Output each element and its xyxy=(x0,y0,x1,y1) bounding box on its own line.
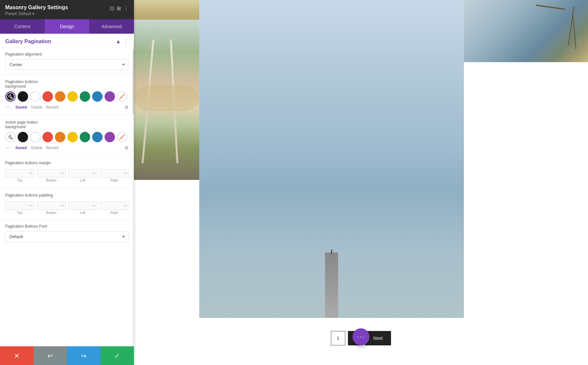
font-label: Pagination Buttons Font xyxy=(5,224,129,229)
pagination-alignment-select[interactable]: Left Center Right xyxy=(5,59,129,70)
fab-dots-icon: ··· xyxy=(357,333,365,341)
color-blue-2[interactable] xyxy=(92,132,103,142)
margin-right-cell: </> Right xyxy=(100,169,129,182)
color-none-1[interactable] xyxy=(117,91,127,102)
margin-label: Pagination buttons margin xyxy=(5,161,129,165)
panel-content: Gallery Pagination ▲ ⋮ Pagination alignm… xyxy=(0,34,134,346)
panel-preset[interactable]: Preset: Default ▾ xyxy=(5,11,68,16)
gallery-col-1 xyxy=(134,0,199,318)
color-tab-recent-1[interactable]: Recent xyxy=(45,104,60,110)
color-orange-2[interactable] xyxy=(55,132,65,142)
padding-bottom-cell: </> Bottom xyxy=(37,201,66,215)
cancel-icon: ✕ xyxy=(14,352,20,360)
color-green-2[interactable] xyxy=(80,132,90,142)
color-yellow-1[interactable] xyxy=(67,91,78,102)
color-tab-saved-1[interactable]: Saved xyxy=(14,104,28,110)
margin-top-code: </> xyxy=(28,172,33,175)
undo-icon: ↩ xyxy=(47,352,53,360)
pagination-alignment-label: Pagination alignment xyxy=(5,52,129,57)
panel-bottom-bar: ✕ ↩ ↪ ✓ xyxy=(0,346,134,365)
margin-group: Pagination buttons margin xyxy=(0,157,134,165)
tab-advanced[interactable]: Advanced xyxy=(89,19,134,34)
redo-icon: ↪ xyxy=(81,352,87,360)
panel-icon-grid[interactable]: ⊞ xyxy=(117,5,121,11)
padding-right-code: </> xyxy=(123,204,127,207)
buttons-bg-palette xyxy=(0,90,134,102)
color-green-1[interactable] xyxy=(80,91,90,102)
color-purple-1[interactable] xyxy=(105,91,115,102)
padding-left-code: </> xyxy=(91,204,96,207)
margin-bottom-label: Bottom xyxy=(46,179,57,182)
color-purple-2[interactable] xyxy=(105,132,115,142)
main-area: 1 2 Next ··· xyxy=(134,0,588,365)
padding-left-label: Left xyxy=(80,211,86,215)
padding-inputs: </> Top </> Bottom </> Left xyxy=(0,200,134,217)
section-title: Gallery Pagination xyxy=(5,39,51,44)
color-dots-2[interactable]: ··· xyxy=(5,144,10,151)
padding-left-cell: </> Left xyxy=(68,201,97,215)
buttons-bg-label: Pagination buttonsbackground xyxy=(0,76,134,90)
padding-group: Pagination buttons padding xyxy=(0,189,134,198)
margin-left-label: Left xyxy=(80,179,86,182)
color-white-2[interactable] xyxy=(30,132,41,142)
fab-button[interactable]: ··· xyxy=(352,328,369,345)
margin-right-label: Right xyxy=(110,179,118,182)
eyedropper-btn-2[interactable] xyxy=(5,132,16,142)
font-select[interactable]: Default Arial Georgia Helvetica xyxy=(5,231,129,242)
color-tab-global-2[interactable]: Global xyxy=(29,145,43,151)
redo-button[interactable]: ↪ xyxy=(67,346,101,365)
page-1-button[interactable]: 1 xyxy=(331,331,345,345)
color-gear-2[interactable]: ⚙ xyxy=(124,145,129,150)
undo-button[interactable]: ↩ xyxy=(34,346,67,365)
padding-bottom-code: </> xyxy=(60,204,64,207)
tab-content[interactable]: Content xyxy=(0,19,45,34)
section-header: Gallery Pagination ▲ ⋮ xyxy=(0,34,134,48)
section-more-icon[interactable]: ⋮ xyxy=(123,38,129,44)
photo-sand xyxy=(134,0,199,20)
color-white-1[interactable] xyxy=(30,91,41,102)
photo-house xyxy=(134,20,199,180)
active-bg-tabs: ··· Saved Global Recent ⚙ xyxy=(0,143,134,154)
active-bg-label: Active page buttonbackground xyxy=(0,116,134,130)
margin-left-cell: </> Left xyxy=(68,169,97,182)
color-red-1[interactable] xyxy=(42,91,53,102)
pagination-alignment-group: Pagination alignment Left Center Right xyxy=(0,48,134,73)
active-bg-palette xyxy=(0,130,134,143)
svg-point-1 xyxy=(11,138,12,139)
photo-cliffside xyxy=(464,0,588,62)
eyedropper-btn-1[interactable] xyxy=(5,91,16,102)
collapse-icon[interactable]: ▲ xyxy=(116,39,121,44)
color-black-1[interactable] xyxy=(18,91,28,102)
color-dots-1[interactable]: ··· xyxy=(5,104,10,111)
panel-title: Masonry Gallery Settings xyxy=(5,5,68,10)
color-tab-global-1[interactable]: Global xyxy=(29,104,43,110)
panel-header: Masonry Gallery Settings Preset: Default… xyxy=(0,0,134,19)
color-tab-recent-2[interactable]: Recent xyxy=(45,145,60,151)
save-icon: ✓ xyxy=(114,352,120,360)
panel-icon-expand[interactable]: ⊡ xyxy=(110,5,114,11)
color-yellow-2[interactable] xyxy=(67,132,78,142)
padding-right-cell: </> Right xyxy=(100,201,129,215)
font-group: Pagination Buttons Font Default Arial Ge… xyxy=(0,221,134,246)
photo-pier xyxy=(199,0,464,318)
tab-design[interactable]: Design xyxy=(45,19,90,34)
save-button[interactable]: ✓ xyxy=(101,346,134,365)
color-black-2[interactable] xyxy=(18,132,28,142)
padding-right-label: Right xyxy=(110,211,118,215)
color-red-2[interactable] xyxy=(42,132,53,142)
color-gear-1[interactable]: ⚙ xyxy=(124,105,129,110)
color-blue-1[interactable] xyxy=(92,91,103,102)
color-orange-1[interactable] xyxy=(55,91,65,102)
svg-point-0 xyxy=(11,97,12,98)
cancel-button[interactable]: ✕ xyxy=(0,346,34,365)
panel-icon-more[interactable]: ⋮ xyxy=(123,5,129,11)
padding-bottom-label: Bottom xyxy=(46,211,57,215)
margin-bottom-cell: </> Bottom xyxy=(37,169,66,182)
padding-label: Pagination buttons padding xyxy=(5,193,129,198)
padding-top-code: </> xyxy=(28,204,33,207)
color-none-2[interactable] xyxy=(117,132,127,142)
margin-top-label: Top xyxy=(17,179,22,182)
panel-tabs: Content Design Advanced xyxy=(0,19,134,34)
color-tab-saved-2[interactable]: Saved xyxy=(14,145,28,151)
scroll-indicator xyxy=(133,43,134,346)
